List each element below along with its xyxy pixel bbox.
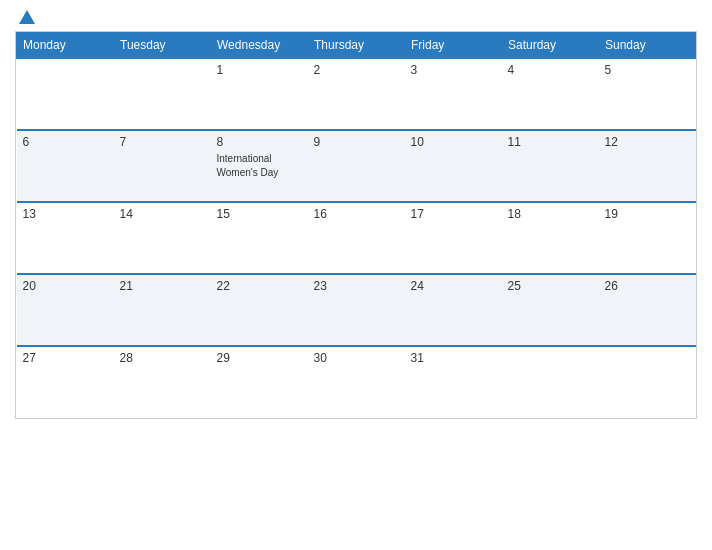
day-number: 25: [508, 279, 593, 293]
day-number: 10: [411, 135, 496, 149]
event-label: International Women's Day: [217, 153, 279, 178]
day-number: 2: [314, 63, 399, 77]
day-number: 16: [314, 207, 399, 221]
weekday-header-tuesday: Tuesday: [114, 33, 211, 59]
calendar-cell: 30: [308, 346, 405, 418]
weekday-header-thursday: Thursday: [308, 33, 405, 59]
calendar-cell: 27: [17, 346, 114, 418]
calendar-cell: 13: [17, 202, 114, 274]
calendar-cell: 3: [405, 58, 502, 130]
calendar-cell: 23: [308, 274, 405, 346]
calendar-grid-wrapper: MondayTuesdayWednesdayThursdayFridaySatu…: [15, 31, 697, 419]
day-number: 23: [314, 279, 399, 293]
calendar-container: MondayTuesdayWednesdayThursdayFridaySatu…: [0, 0, 712, 550]
day-number: 4: [508, 63, 593, 77]
day-number: 29: [217, 351, 302, 365]
calendar-cell: 29: [211, 346, 308, 418]
day-number: 19: [605, 207, 690, 221]
calendar-cell: 25: [502, 274, 599, 346]
weekday-header-monday: Monday: [17, 33, 114, 59]
calendar-cell: 7: [114, 130, 211, 202]
calendar-table: MondayTuesdayWednesdayThursdayFridaySatu…: [16, 32, 696, 418]
weekday-header-saturday: Saturday: [502, 33, 599, 59]
calendar-cell: 11: [502, 130, 599, 202]
day-number: 9: [314, 135, 399, 149]
calendar-cell: 31: [405, 346, 502, 418]
calendar-cell: [502, 346, 599, 418]
calendar-cell: 14: [114, 202, 211, 274]
day-number: 18: [508, 207, 593, 221]
day-number: 22: [217, 279, 302, 293]
calendar-cell: 1: [211, 58, 308, 130]
weekday-header-row: MondayTuesdayWednesdayThursdayFridaySatu…: [17, 33, 696, 59]
calendar-cell: 19: [599, 202, 696, 274]
calendar-cell: 12: [599, 130, 696, 202]
week-row-4: 20212223242526: [17, 274, 696, 346]
calendar-cell: 22: [211, 274, 308, 346]
calendar-cell: 15: [211, 202, 308, 274]
day-number: 6: [23, 135, 108, 149]
calendar-cell: [599, 346, 696, 418]
week-row-3: 13141516171819: [17, 202, 696, 274]
calendar-cell: 24: [405, 274, 502, 346]
day-number: 15: [217, 207, 302, 221]
day-number: 27: [23, 351, 108, 365]
day-number: 30: [314, 351, 399, 365]
week-row-1: 12345: [17, 58, 696, 130]
day-number: 8: [217, 135, 302, 149]
calendar-cell: 9: [308, 130, 405, 202]
day-number: 31: [411, 351, 496, 365]
day-number: 26: [605, 279, 690, 293]
day-number: 13: [23, 207, 108, 221]
week-row-5: 2728293031: [17, 346, 696, 418]
day-number: 7: [120, 135, 205, 149]
calendar-cell: 20: [17, 274, 114, 346]
weekday-header-wednesday: Wednesday: [211, 33, 308, 59]
calendar-cell: 28: [114, 346, 211, 418]
day-number: 28: [120, 351, 205, 365]
logo-triangle-icon: [19, 10, 35, 24]
calendar-cell: 18: [502, 202, 599, 274]
day-number: 20: [23, 279, 108, 293]
day-number: 24: [411, 279, 496, 293]
calendar-cell: [17, 58, 114, 130]
calendar-cell: 21: [114, 274, 211, 346]
calendar-cell: 2: [308, 58, 405, 130]
day-number: 1: [217, 63, 302, 77]
week-row-2: 678International Women's Day9101112: [17, 130, 696, 202]
calendar-header: [15, 10, 697, 31]
calendar-cell: 8International Women's Day: [211, 130, 308, 202]
calendar-cell: 4: [502, 58, 599, 130]
weekday-header-sunday: Sunday: [599, 33, 696, 59]
calendar-cell: 5: [599, 58, 696, 130]
day-number: 14: [120, 207, 205, 221]
calendar-cell: [114, 58, 211, 130]
day-number: 11: [508, 135, 593, 149]
day-number: 17: [411, 207, 496, 221]
calendar-cell: 10: [405, 130, 502, 202]
calendar-cell: 6: [17, 130, 114, 202]
calendar-cell: 26: [599, 274, 696, 346]
day-number: 21: [120, 279, 205, 293]
day-number: 3: [411, 63, 496, 77]
day-number: 12: [605, 135, 690, 149]
calendar-cell: 17: [405, 202, 502, 274]
logo: [15, 10, 35, 25]
weekday-header-friday: Friday: [405, 33, 502, 59]
calendar-cell: 16: [308, 202, 405, 274]
day-number: 5: [605, 63, 690, 77]
